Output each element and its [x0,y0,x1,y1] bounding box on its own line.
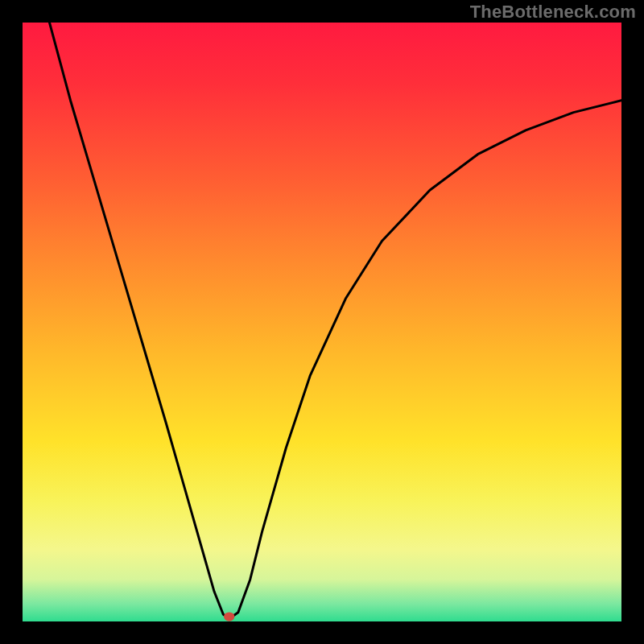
chart-svg [23,23,621,621]
optimal-point-marker [224,612,234,621]
plot-area [23,23,621,621]
chart-frame: TheBottleneck.com [0,0,644,644]
gradient-rect [23,23,621,621]
watermark-text: TheBottleneck.com [470,2,636,23]
